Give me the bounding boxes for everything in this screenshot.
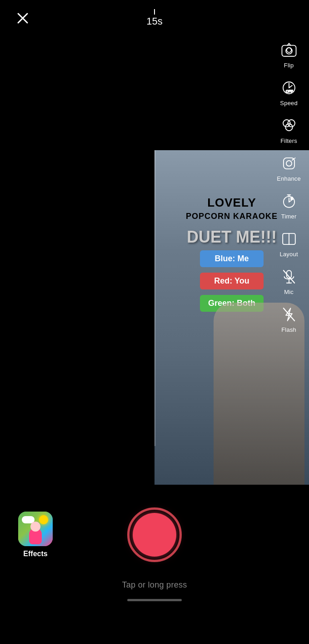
tap-hint: Tap or long press: [122, 580, 187, 590]
speed-control[interactable]: OFF Speed: [277, 74, 301, 110]
bottom-controls: Effects: [0, 485, 309, 562]
effects-button[interactable]: Effects: [18, 512, 53, 558]
duet-me-text: DUET ME!!!: [187, 228, 277, 247]
flip-icon: [279, 40, 299, 60]
home-indicator: [127, 599, 182, 601]
camera-area: LOVELY POPCORN KARAOKE DUET ME!!! Blue: …: [0, 0, 309, 485]
filters-label: Filters: [280, 137, 297, 144]
duet-title-karaoke: POPCORN KARAOKE: [186, 212, 278, 221]
record-button[interactable]: [127, 507, 182, 562]
left-camera-panel: [0, 0, 154, 485]
timer-label: Timer: [281, 213, 297, 220]
close-button[interactable]: [13, 8, 33, 28]
timer-icon: 3: [279, 191, 299, 211]
timer-control[interactable]: 3 Timer: [277, 188, 301, 223]
layout-label: Layout: [280, 251, 298, 258]
effects-bg: [18, 512, 53, 546]
effects-sun-decoration: [39, 515, 48, 524]
svg-rect-2: [282, 46, 296, 56]
top-bar: 15s: [0, 0, 309, 36]
effects-label: Effects: [23, 550, 47, 558]
timer-progress-bar: [154, 9, 155, 15]
svg-point-10: [286, 161, 292, 166]
flash-control[interactable]: Flash: [277, 301, 301, 337]
duet-title-lovely: LOVELY: [207, 196, 256, 210]
flip-label: Flip: [284, 62, 294, 69]
flash-label: Flash: [281, 326, 296, 333]
svg-text:OFF: OFF: [286, 89, 293, 93]
enhance-icon: [279, 153, 299, 173]
bottom-bar: Effects Tap or long press: [0, 485, 309, 644]
speed-icon: OFF: [279, 78, 299, 98]
effects-character-decoration: [29, 528, 42, 544]
filters-icon: [279, 116, 299, 136]
layout-icon: [279, 229, 299, 249]
timer-display: 15s: [146, 9, 162, 27]
right-controls: Flip OFF Speed Filters: [275, 36, 303, 337]
timer-text: 15s: [146, 15, 162, 27]
mic-icon: [279, 267, 299, 287]
badge-blue: Blue: Me: [200, 250, 264, 267]
svg-text:3: 3: [290, 196, 293, 201]
mic-control[interactable]: Mic: [277, 263, 301, 299]
flip-control[interactable]: Flip: [277, 36, 301, 72]
effects-icon: [18, 512, 53, 546]
layout-control[interactable]: Layout: [277, 225, 301, 261]
enhance-label: Enhance: [277, 175, 301, 182]
duet-divider: [154, 150, 155, 446]
speed-label: Speed: [280, 100, 298, 106]
enhance-control[interactable]: Enhance: [275, 150, 303, 186]
mic-label: Mic: [284, 289, 294, 295]
filters-control[interactable]: Filters: [277, 112, 301, 148]
flash-icon: [279, 304, 299, 325]
badge-red: Red: You: [200, 273, 264, 289]
record-button-inner: [133, 513, 176, 557]
